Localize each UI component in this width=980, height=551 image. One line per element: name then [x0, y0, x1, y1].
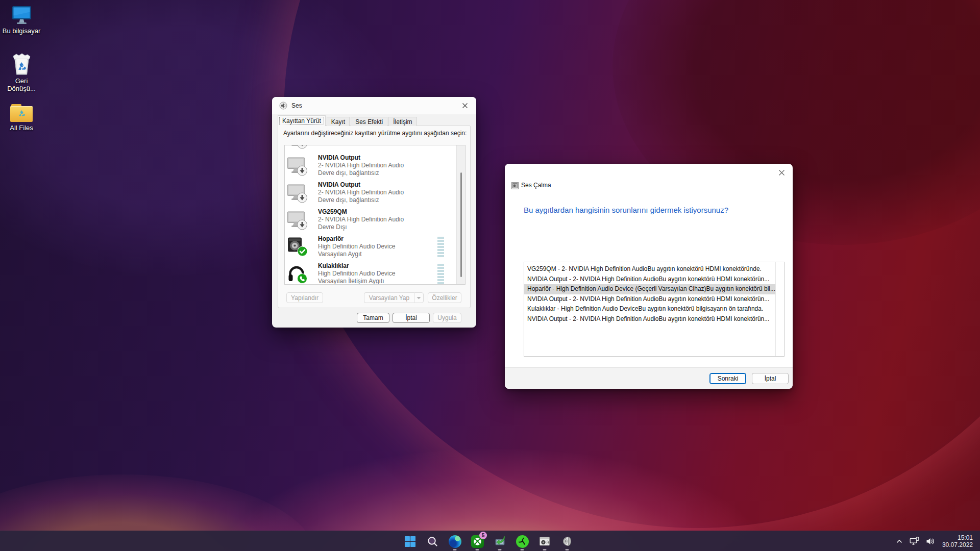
razer-icon — [516, 535, 529, 548]
speaker-title-icon — [279, 102, 287, 110]
device-info: HoparlörHigh Definition Audio DeviceVars… — [318, 235, 456, 258]
sound-troubleshooter-button[interactable] — [556, 531, 578, 551]
apply-button[interactable]: Uygula — [433, 313, 461, 323]
device-row[interactable]: NVIDIA Output2- NVIDIA High Definition A… — [285, 180, 456, 206]
start-button[interactable] — [399, 531, 421, 551]
device-name: NVIDIA Output — [318, 154, 456, 162]
playback-instruction-label: Ayarlarını değiştireceğiniz kayıttan yür… — [283, 130, 467, 137]
device-row[interactable]: HoparlörHigh Definition Audio DeviceVars… — [285, 234, 456, 260]
device-row[interactable]: NVIDIA Output2- NVIDIA High Definition A… — [285, 153, 456, 179]
taskbar: 5 — [0, 531, 980, 551]
running-indicator — [498, 549, 502, 550]
troubleshooter-cancel-button[interactable]: İptal — [752, 373, 789, 384]
next-button[interactable]: Sonraki — [709, 373, 746, 384]
close-icon[interactable] — [458, 100, 472, 111]
search-button[interactable] — [421, 531, 444, 551]
xbox-notification-badge: 5 — [479, 532, 487, 539]
device-name: Kulaklıklar — [318, 262, 456, 270]
speaker-device-icon — [286, 236, 309, 258]
device-info: NVIDIA Output2- NVIDIA High Definition A… — [318, 154, 456, 177]
tray-date: 30.07.2022 — [942, 541, 973, 548]
desktop-wallpaper — [0, 0, 980, 551]
tab-recording[interactable]: Kayıt — [327, 117, 350, 126]
search-icon — [427, 536, 438, 547]
sound-dialog-title: Ses — [291, 102, 302, 109]
desktop-icon-label: All Files — [10, 124, 33, 132]
monitor-device-icon — [286, 182, 309, 204]
tab-sounds[interactable]: Ses Efekti — [351, 117, 387, 126]
running-indicator — [543, 549, 547, 550]
troubleshooter-device-row[interactable]: NVIDIA Output - 2- NVIDIA High Definitio… — [524, 294, 775, 305]
monitor-device-icon — [286, 209, 309, 231]
tray-time: 15:01 — [942, 534, 973, 541]
device-description: 2- NVIDIA High Definition Audio — [318, 189, 456, 196]
troubleshooter-device-row[interactable]: NVIDIA Output - 2- NVIDIA High Definitio… — [524, 274, 775, 285]
cancel-button[interactable]: İptal — [393, 313, 430, 323]
tray-network-icon[interactable] — [906, 531, 923, 551]
device-status: Devre Dışı — [318, 223, 456, 231]
tray-chevron-up-icon[interactable] — [892, 531, 906, 551]
this-pc-icon — [10, 5, 33, 26]
ok-button[interactable]: Tamam — [357, 313, 389, 323]
running-indicator — [453, 549, 457, 550]
recycle-bin-icon — [10, 52, 33, 76]
edge-browser-button[interactable] — [444, 531, 466, 551]
device-row-partial[interactable] — [285, 145, 456, 152]
tray-clock[interactable]: 15:01 30.07.2022 — [942, 534, 973, 548]
sound-control-panel-button[interactable] — [533, 531, 556, 551]
close-icon[interactable] — [774, 167, 789, 178]
scrollbar-thumb[interactable] — [460, 172, 462, 277]
taskbar-tray: 15:01 30.07.2022 — [892, 531, 980, 551]
xbox-button[interactable]: 5 — [466, 531, 488, 551]
device-row[interactable]: KulaklıklarHigh Definition Audio DeviceV… — [285, 261, 456, 285]
troubleshooter-title: Ses Çalma — [521, 182, 551, 189]
device-info: VG259QM2- NVIDIA High Definition AudioDe… — [318, 208, 456, 231]
sound-dialog-titlebar[interactable]: Ses — [272, 97, 476, 114]
speaker-app-icon — [561, 535, 573, 547]
troubleshooter-device-row[interactable]: Kulaklıklar - High Definition Audio Devi… — [524, 304, 775, 314]
device-status: Devre dışı, bağlantısız — [318, 169, 456, 177]
device-name: NVIDIA Output — [318, 181, 456, 189]
tab-playback[interactable]: Kayıttan Yürüt — [278, 115, 326, 126]
troubleshooter-heading: Bu aygıtlardan hangisinin sorunlarını gi… — [524, 206, 728, 214]
device-status: Varsayılan Aygıt — [318, 251, 456, 258]
tab-communications[interactable]: İletişim — [388, 117, 416, 126]
playback-device-list[interactable]: NVIDIA Output2- NVIDIA High Definition A… — [284, 145, 465, 285]
device-description: High Definition Audio Device — [318, 270, 456, 278]
troubleshooter-app-icon — [511, 182, 519, 189]
desktop-icon-all-files[interactable]: All Files — [1, 104, 42, 132]
device-status: Varsayılan İletişim Aygıtı — [318, 278, 456, 285]
device-description: 2- NVIDIA High Definition Audio — [318, 216, 456, 223]
properties-button[interactable]: Özellikler — [428, 292, 461, 303]
sound-dialog-tab-strip: Kayıttan Yürüt Kayıt Ses Efekti İletişim — [278, 116, 418, 126]
set-default-button[interactable]: Varsayılan Yap — [364, 292, 414, 303]
running-indicator — [566, 549, 569, 550]
troubleshooter-device-list[interactable]: VG259QM - 2- NVIDIA High Definition Audi… — [524, 262, 785, 357]
taskbar-center-icons: 5 — [399, 531, 578, 551]
razer-synapse-button[interactable] — [511, 531, 533, 551]
device-name: VG259QM — [318, 208, 456, 216]
monitor-device-icon — [286, 145, 309, 150]
tray-volume-icon[interactable] — [923, 531, 938, 551]
audio-level-meter — [437, 237, 444, 257]
set-default-dropdown-icon[interactable] — [414, 292, 424, 303]
troubleshooter-device-row-selected[interactable]: Hoparlör - High Definition Audio Device … — [524, 284, 775, 294]
troubleshooter-device-row[interactable]: VG259QM - 2- NVIDIA High Definition Audi… — [524, 264, 775, 274]
capture-app-button[interactable] — [488, 531, 511, 551]
device-list-scrollbar[interactable] — [456, 145, 465, 284]
device-description: 2- NVIDIA High Definition Audio — [318, 162, 456, 169]
troubleshooter-list-scroll-gutter[interactable] — [775, 262, 784, 356]
headphones-device-icon — [286, 263, 309, 285]
device-status: Devre dışı, bağlantısız — [318, 196, 456, 204]
running-indicator — [476, 549, 479, 550]
device-info: KulaklıklarHigh Definition Audio DeviceV… — [318, 262, 456, 285]
capture-app-icon — [494, 535, 506, 547]
device-name: Hoparlör — [318, 235, 456, 243]
desktop-icon-this-pc[interactable]: Bu bilgisayar — [1, 5, 42, 35]
set-default-split-button[interactable]: Varsayılan Yap — [364, 292, 424, 303]
configure-button[interactable]: Yapılandır — [286, 292, 323, 303]
device-description: High Definition Audio Device — [318, 243, 456, 251]
desktop-icon-recycle-bin[interactable]: Geri Dönüşü... — [1, 52, 42, 92]
device-row[interactable]: VG259QM2- NVIDIA High Definition AudioDe… — [285, 207, 456, 233]
troubleshooter-device-row[interactable]: NVIDIA Output - 2- NVIDIA High Definitio… — [524, 314, 775, 324]
